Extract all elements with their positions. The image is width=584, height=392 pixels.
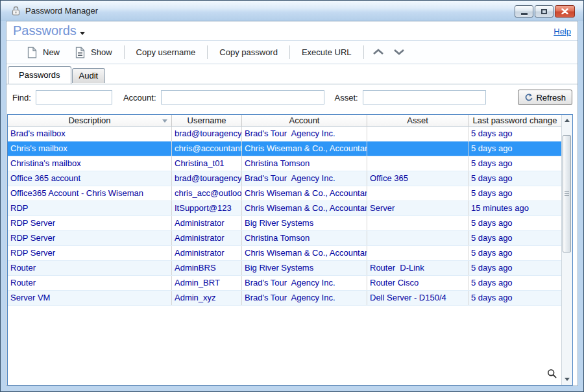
table-scrollbar[interactable]: [561, 115, 572, 385]
column-header-asset[interactable]: Asset: [367, 115, 468, 126]
cell-description: Brad's mailbox: [8, 127, 172, 141]
show-button-label: Show: [91, 47, 112, 57]
titlebar[interactable]: Password Manager: [1, 1, 583, 21]
move-up-button[interactable]: [368, 44, 389, 60]
cell-username: brad@touragency.c: [172, 127, 242, 141]
tab-passwords[interactable]: Passwords: [8, 66, 71, 84]
table-row[interactable]: Brad's mailboxbrad@touragency.cBrad's To…: [8, 127, 561, 141]
account-input[interactable]: [161, 90, 324, 104]
minimize-button[interactable]: [515, 5, 533, 18]
cell-asset: Router D-Link: [367, 261, 468, 275]
password-manager-window: Password Manager Passwords Help New: [0, 0, 584, 392]
copy-password-button[interactable]: Copy password: [212, 43, 286, 61]
cell-last-password-change: 5 days ago: [468, 141, 561, 156]
copy-password-label: Copy password: [219, 47, 278, 57]
cell-last-password-change: 5 days ago: [468, 127, 561, 141]
cell-asset: Dell Server - D150/4: [367, 291, 468, 305]
table-row[interactable]: Server VMAdmin_xyzBrad's Tour Agency Inc…: [8, 291, 561, 306]
column-header-description[interactable]: Description: [8, 115, 172, 126]
cell-last-password-change: 5 days ago: [468, 171, 561, 186]
cell-description: RDP: [8, 201, 172, 215]
maximize-button[interactable]: [535, 5, 554, 18]
refresh-icon: [524, 93, 533, 102]
copy-username-button[interactable]: Copy username: [128, 43, 204, 61]
scrollbar-grip: [565, 193, 569, 194]
scroll-down-button[interactable]: [562, 374, 572, 384]
cell-username: chris_acc@outlook: [172, 186, 242, 201]
tab-audit[interactable]: Audit: [72, 68, 106, 83]
cell-username: Admin_xyz: [172, 291, 242, 305]
table-header: Description Username Account Asset Last …: [8, 115, 572, 127]
filter-bar: Find: Account: Asset: Refresh: [6, 84, 578, 110]
cell-description: RDP Server: [8, 246, 172, 260]
cell-username: Administrator: [172, 231, 242, 245]
lock-icon: [12, 6, 20, 18]
asset-input[interactable]: [363, 90, 486, 104]
cell-asset: [367, 186, 468, 201]
minimize-icon: [521, 13, 528, 15]
toolbar-separator: [207, 45, 208, 59]
table-row[interactable]: Office365 Account - Chris Wisemanchris_a…: [8, 186, 561, 201]
page-title[interactable]: Passwords: [13, 23, 77, 38]
asset-label: Asset:: [335, 93, 358, 103]
table-row[interactable]: RDP ServerAdministratorChristina Tomson5…: [8, 231, 561, 246]
cell-last-password-change: 5 days ago: [468, 156, 561, 171]
cell-username: brad@touragency.c: [172, 171, 242, 186]
column-header-account[interactable]: Account: [242, 115, 367, 126]
table-row[interactable]: Office 365 accountbrad@touragency.cBrad'…: [8, 171, 561, 186]
cell-last-password-change: 5 days ago: [468, 291, 561, 305]
close-button[interactable]: [555, 5, 575, 18]
scroll-up-button[interactable]: [562, 116, 572, 125]
toolbar: New Show Copy username Copy password Exe: [6, 41, 578, 64]
cell-asset: [367, 156, 468, 171]
table-row[interactable]: RDPItSupport@123Chris Wiseman & Co., Acc…: [8, 201, 561, 216]
cell-account: Chris Wiseman & Co., Accountant: [242, 141, 367, 156]
cell-description: Chris's mailbox: [8, 141, 172, 156]
cell-description: Christina's mailbox: [8, 156, 172, 171]
help-link[interactable]: Help: [554, 27, 571, 36]
sort-descending-icon: [162, 119, 167, 123]
cell-asset: Server: [367, 201, 468, 215]
cell-username: AdminBRS: [172, 261, 242, 275]
find-input[interactable]: [36, 90, 112, 104]
new-button-label: New: [43, 47, 60, 57]
table-row[interactable]: Chris's mailboxchris@accountantsChris Wi…: [8, 141, 561, 156]
window-title: Password Manager: [25, 6, 98, 16]
cell-description: Router: [8, 276, 172, 290]
passwords-table: Description Username Account Asset Last …: [7, 114, 573, 386]
chevron-down-icon: [393, 49, 405, 55]
cell-username: Admin_BRT: [172, 276, 242, 290]
table-row[interactable]: RDP ServerAdministratorChris Wiseman & C…: [8, 246, 561, 261]
move-down-button[interactable]: [389, 44, 409, 60]
show-button[interactable]: Show: [67, 43, 120, 62]
window-controls: [515, 5, 575, 18]
execute-url-button[interactable]: Execute URL: [294, 43, 359, 61]
cell-account: Chris Wiseman & Co., Accountant: [242, 246, 367, 260]
tab-bar: Passwords Audit: [6, 64, 578, 83]
cell-last-password-change: 5 days ago: [468, 261, 561, 275]
new-button[interactable]: New: [19, 43, 67, 62]
toolbar-separator: [124, 45, 125, 59]
find-label: Find:: [12, 93, 31, 103]
cell-description: Router: [8, 261, 172, 275]
passwords-tab-panel: Find: Account: Asset: Refresh Desc: [6, 84, 578, 386]
table-row[interactable]: RouterAdminBRSBig River SystemsRouter D-…: [8, 261, 561, 276]
copy-username-label: Copy username: [136, 47, 196, 57]
cell-last-password-change: 5 days ago: [468, 231, 561, 245]
refresh-button[interactable]: Refresh: [518, 90, 572, 105]
account-label: Account:: [123, 93, 156, 103]
scroll-down-icon: [565, 378, 570, 381]
table-row[interactable]: RDP ServerAdministratorBig River Systems…: [8, 216, 561, 231]
table-row[interactable]: RouterAdmin_BRTBrad's Tour Agency Inc.Ro…: [8, 276, 561, 291]
cell-description: Office365 Account - Chris Wiseman: [8, 186, 172, 201]
chevron-down-icon[interactable]: [80, 32, 85, 35]
column-header-username[interactable]: Username: [172, 115, 242, 126]
cell-asset: Office 365: [367, 171, 468, 186]
table-row[interactable]: Christina's mailboxChristina_t01Christin…: [8, 156, 561, 171]
cell-username: Administrator: [172, 216, 242, 230]
scrollbar-thumb[interactable]: [563, 135, 571, 252]
magnifier-icon[interactable]: [547, 369, 557, 381]
column-header-last-password-change[interactable]: Last password change: [468, 115, 561, 126]
toolbar-separator: [289, 45, 290, 59]
cell-account: Chris Wiseman & Co., Accountant: [242, 201, 367, 215]
